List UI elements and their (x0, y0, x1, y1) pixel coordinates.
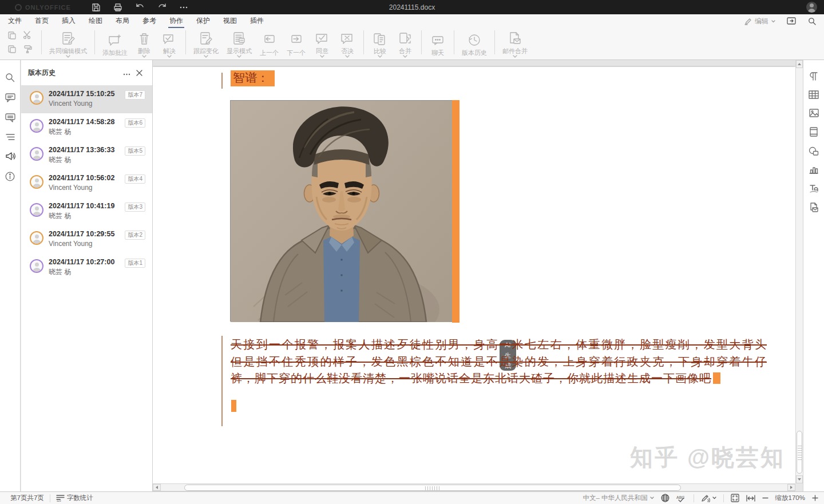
version-item[interactable]: 2024/11/17 13:36:33 晓芸 杨 版本5 (21, 141, 152, 169)
author-avatar (30, 91, 43, 105)
word-count-icon: 123 (56, 494, 65, 502)
user-avatar[interactable] (806, 2, 817, 13)
author-avatar (30, 147, 43, 161)
mail-merge-button[interactable]: 邮件合并 (498, 30, 532, 58)
tab-home[interactable]: 首页 (34, 14, 50, 28)
word-count-button[interactable]: 123 字数统计 (56, 494, 93, 502)
redo-button[interactable] (157, 3, 167, 11)
version-history-label: 版本历史 (462, 49, 487, 56)
tab-references[interactable]: 参考 (141, 14, 157, 28)
version-history-button[interactable]: 版本历史 (458, 31, 491, 56)
save-button[interactable] (92, 3, 101, 12)
chat-panel-button[interactable] (5, 113, 15, 122)
horizontal-scrollbar-thumb[interactable] (184, 485, 681, 491)
more-actions-button[interactable] (180, 6, 188, 9)
combine-button[interactable]: 合并 (393, 30, 418, 58)
combine-label: 合并 (399, 47, 411, 54)
version-timestamp: 2024/11/17 15:10:25 (49, 89, 114, 99)
about-button[interactable] (5, 172, 15, 181)
vertical-scrollbar[interactable] (795, 60, 803, 483)
print-button[interactable] (113, 3, 122, 12)
track-changes-toggle[interactable] (701, 494, 716, 502)
paste-button[interactable] (6, 30, 17, 41)
version-author: 晓芸 杨 (49, 267, 114, 276)
version-item[interactable]: 2024/11/17 10:29:55 Vincent Young 版本2 (21, 225, 152, 253)
tab-plugins[interactable]: 插件 (249, 14, 265, 28)
version-item[interactable]: 2024/11/17 10:41:19 晓芸 杨 版本3 (21, 197, 152, 225)
headerfooter-settings-icon[interactable] (810, 127, 818, 137)
open-file-location-button[interactable] (787, 17, 797, 25)
version-item[interactable]: 2024/11/17 10:27:00 晓芸 杨 版本1 (21, 253, 152, 281)
version-timestamp: 2024/11/17 14:58:28 (49, 117, 114, 127)
vertical-scrollbar-thumb[interactable] (797, 431, 802, 474)
spellcheck-button[interactable]: ABC (676, 494, 687, 502)
paragraph-settings-icon[interactable] (810, 72, 818, 81)
panel-more-button[interactable] (120, 66, 133, 79)
shape-settings-icon[interactable] (809, 146, 819, 156)
format-painter-button[interactable] (22, 43, 33, 55)
feedback-button[interactable] (5, 152, 15, 161)
page-indicator[interactable]: 第7页共7页 (10, 494, 44, 502)
scroll-right-button[interactable] (787, 484, 795, 491)
tab-file[interactable]: 文件 (7, 14, 23, 28)
chart-settings-icon[interactable] (809, 165, 818, 174)
navigation-panel-button[interactable] (6, 133, 15, 141)
version-item[interactable]: 2024/11/17 14:58:28 晓芸 杨 版本6 (21, 113, 152, 141)
compare-button[interactable]: 比较 (367, 30, 393, 58)
resolve-comment-button[interactable]: 解决 (157, 30, 182, 58)
language-selector[interactable]: 中文– 中华人民共和国 (583, 494, 653, 502)
chevron-down-icon (237, 55, 241, 58)
tab-insert[interactable]: 插入 (61, 14, 77, 28)
previous-change-button[interactable]: 上一个 (256, 31, 283, 56)
right-settings-rail (803, 60, 824, 491)
chevron-down-icon (320, 55, 324, 58)
version-badge: 版本5 (125, 146, 145, 156)
zoom-level[interactable]: 缩放170% (775, 494, 805, 502)
add-comment-button[interactable]: 添加批注 (98, 31, 132, 56)
tab-draw[interactable]: 绘图 (88, 14, 104, 28)
document-image[interactable]: AI生成 (230, 100, 452, 322)
version-item[interactable]: 2024/11/17 10:56:02 Vincent Young 版本4 (21, 169, 152, 197)
fit-page-button[interactable] (731, 494, 739, 502)
scroll-left-button[interactable] (153, 484, 161, 491)
image-settings-icon[interactable] (809, 109, 819, 117)
chat-button[interactable]: 聊天 (425, 31, 450, 56)
search-button[interactable] (808, 17, 816, 25)
display-mode-label: 显示模式 (227, 47, 252, 54)
panel-close-button[interactable] (133, 69, 145, 77)
mailmerge-settings-icon[interactable] (809, 203, 818, 212)
deleted-paragraph[interactable]: 天接到一个报警，报案人描述歹徒性别男，身高一米七左右，体重微胖，脸型瘦削，发型大… (231, 336, 767, 387)
textart-settings-icon[interactable] (809, 184, 818, 193)
title-bar: ONLYOFFICE 20241115.docx (0, 0, 824, 14)
resolve-comment-label: 解决 (163, 47, 176, 54)
reject-change-button[interactable]: 否决 (335, 30, 360, 58)
tab-collaboration[interactable]: 协作 (168, 14, 184, 28)
comments-panel-button[interactable] (5, 93, 15, 102)
accept-change-button[interactable]: 同意 (310, 30, 335, 58)
zoom-in-button[interactable] (812, 495, 818, 501)
table-settings-icon[interactable] (809, 90, 819, 99)
scroll-down-button[interactable] (796, 475, 803, 483)
zoom-out-button[interactable] (762, 495, 768, 501)
display-mode-button[interactable]: 显示模式 (223, 30, 256, 58)
edit-mode-selector[interactable]: 编辑 (744, 17, 775, 26)
version-item[interactable]: 2024/11/17 15:10:25 Vincent Young 版本7 (21, 85, 152, 113)
cut-button[interactable] (22, 30, 33, 41)
document-language-button[interactable] (661, 494, 670, 502)
tab-protection[interactable]: 保护 (195, 14, 211, 28)
document-canvas[interactable]: 智谱： (153, 60, 795, 483)
next-change-button[interactable]: 下一个 (283, 31, 310, 56)
search-panel-button[interactable] (5, 73, 15, 82)
copy-button[interactable] (6, 43, 17, 55)
scroll-up-button[interactable] (796, 60, 803, 68)
horizontal-scrollbar[interactable] (153, 483, 795, 491)
tab-layout[interactable]: 布局 (114, 14, 130, 28)
undo-button[interactable] (135, 3, 145, 11)
delete-comment-button[interactable]: 删除 (132, 30, 157, 58)
coedit-mode-button[interactable]: 共同编辑模式 (45, 30, 91, 58)
paragraph-line: 裤，脚下穿的什么鞋没看清楚，一张嘴说话全是东北话大碴子，你就此描述生成一下画像吧 (231, 370, 767, 387)
fit-width-button[interactable] (746, 495, 755, 502)
document-page[interactable]: 智谱： (153, 67, 795, 483)
tab-view[interactable]: 视图 (222, 14, 238, 28)
track-changes-button[interactable]: 跟踪变化 (189, 30, 223, 58)
